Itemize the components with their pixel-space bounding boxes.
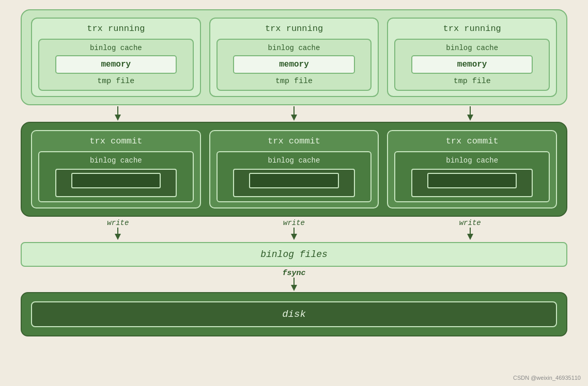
write-label-3: write bbox=[459, 219, 481, 227]
tmpfile-label-2: tmp file bbox=[275, 77, 313, 86]
write-label-1: write bbox=[107, 219, 129, 227]
write-label-2: write bbox=[283, 219, 305, 227]
memory-box-2: memory bbox=[233, 55, 354, 74]
disk-section: disk bbox=[21, 292, 567, 336]
memory-box-3: memory bbox=[411, 55, 533, 74]
inner-darker-box-3 bbox=[427, 173, 517, 188]
binlog-cache-dark-1: binlog cache bbox=[38, 151, 194, 202]
disk-label: disk bbox=[282, 309, 306, 320]
trx-commit-title-3: trx commit bbox=[446, 136, 499, 146]
binlog-cache-light-1: binlog cache memory tmp file bbox=[38, 39, 194, 91]
binlog-cache-light-3: binlog cache memory tmp file bbox=[394, 39, 550, 91]
inner-dark-box-1 bbox=[55, 169, 177, 197]
trx-running-title-3: trx running bbox=[443, 24, 501, 34]
binlog-cache-light-2: binlog cache memory tmp file bbox=[216, 39, 372, 91]
fsync-row: fsync bbox=[21, 269, 567, 291]
write-arrow-2: write bbox=[206, 219, 382, 240]
trx-commit-title-2: trx commit bbox=[268, 136, 320, 146]
inner-darker-box-1 bbox=[71, 173, 161, 188]
write-arrow-3: write bbox=[382, 219, 558, 240]
watermark: CSDN @weixin_46935110 bbox=[513, 375, 581, 381]
middle-section: trx commit binlog cache trx commit binlo… bbox=[21, 122, 567, 217]
binlog-files-section: binlog files bbox=[21, 242, 567, 267]
inner-dark-box-2 bbox=[233, 169, 354, 197]
svg-marker-9 bbox=[291, 234, 297, 240]
trx-running-box-1: trx running binlog cache memory tmp file bbox=[31, 18, 201, 97]
trx-running-box-3: trx running binlog cache memory tmp file bbox=[387, 18, 557, 97]
trx-commit-box-1: trx commit binlog cache bbox=[31, 130, 201, 208]
binlog-cache-label-2: binlog cache bbox=[268, 44, 320, 52]
svg-marker-7 bbox=[115, 234, 121, 240]
trx-commit-box-2: trx commit binlog cache bbox=[209, 130, 379, 208]
binlog-cache-dark-3: binlog cache bbox=[394, 151, 550, 202]
binlog-cache-label-3: binlog cache bbox=[446, 44, 498, 52]
top-to-middle-arrows bbox=[21, 106, 567, 121]
trx-running-title-1: trx running bbox=[87, 24, 145, 34]
inner-dark-box-3 bbox=[411, 169, 533, 197]
binlog-cache-dark-label-3: binlog cache bbox=[446, 156, 498, 165]
arrow-down-2 bbox=[206, 106, 382, 121]
svg-marker-13 bbox=[291, 285, 297, 291]
svg-marker-1 bbox=[115, 115, 121, 121]
top-section: trx running binlog cache memory tmp file… bbox=[21, 9, 567, 105]
trx-commit-box-3: trx commit binlog cache bbox=[387, 130, 557, 208]
write-arrow-1: write bbox=[30, 219, 206, 240]
arrow-down-3 bbox=[382, 106, 558, 121]
binlog-cache-dark-label-1: binlog cache bbox=[90, 156, 142, 165]
fsync-label: fsync bbox=[282, 269, 305, 278]
memory-box-1: memory bbox=[55, 55, 177, 74]
tmpfile-label-1: tmp file bbox=[97, 77, 134, 86]
tmpfile-label-3: tmp file bbox=[454, 77, 491, 86]
binlog-cache-dark-2: binlog cache bbox=[216, 151, 372, 202]
disk-inner: disk bbox=[31, 301, 557, 327]
diagram-wrapper: trx running binlog cache memory tmp file… bbox=[21, 9, 567, 336]
svg-marker-3 bbox=[291, 115, 297, 121]
binlog-cache-dark-label-2: binlog cache bbox=[268, 156, 320, 165]
binlog-cache-label-1: binlog cache bbox=[90, 44, 142, 52]
trx-commit-title-1: trx commit bbox=[89, 136, 142, 146]
trx-running-title-2: trx running bbox=[265, 24, 323, 34]
trx-running-box-2: trx running binlog cache memory tmp file bbox=[209, 18, 379, 97]
binlog-files-label: binlog files bbox=[260, 249, 328, 260]
svg-marker-5 bbox=[467, 115, 473, 121]
inner-darker-box-2 bbox=[249, 173, 338, 188]
svg-marker-11 bbox=[467, 234, 473, 240]
write-arrows-row: write write write bbox=[21, 219, 567, 240]
arrow-down-1 bbox=[30, 106, 206, 121]
